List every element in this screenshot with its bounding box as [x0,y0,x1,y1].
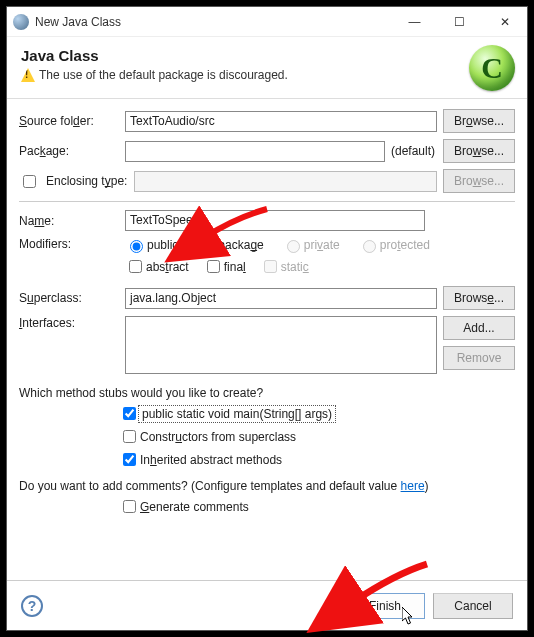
stub-inherited-check[interactable]: Inherited abstract methods [119,450,515,469]
modifier-protected-radio: protected [358,237,430,253]
mouse-cursor-icon [402,607,416,628]
modifiers-label: Modifiers: [19,237,119,251]
stub-main-check[interactable]: public static void main(String[] args) [119,404,515,423]
source-folder-input[interactable]: TextToAudio/src [125,111,437,132]
source-folder-label: Source folder: [19,114,119,128]
dialog-content: Source folder: TextToAudio/src Browse...… [7,99,527,580]
warning-text: The use of the default package is discou… [39,68,288,82]
maximize-button[interactable]: ☐ [437,7,482,37]
modifier-static-check: static [260,257,309,276]
modifier-final-check[interactable]: final [203,257,246,276]
comments-question: Do you want to add comments? (Configure … [19,479,515,493]
remove-interface-button: Remove [443,346,515,370]
stubs-question: Which method stubs would you like to cre… [19,386,515,400]
dialog-footer: ? Finish Cancel [7,580,527,630]
window-title: New Java Class [35,15,392,29]
dialog-header: Java Class The use of the default packag… [7,37,527,99]
name-input[interactable]: TextToSpeech [125,210,425,231]
package-label: Package: [19,144,119,158]
cancel-button[interactable]: Cancel [433,593,513,619]
superclass-label: Superclass: [19,291,119,305]
help-icon[interactable]: ? [21,595,43,617]
stub-constructors-check[interactable]: Constructors from superclass [119,427,515,446]
page-title: Java Class [21,47,513,64]
modifier-private-radio: private [282,237,340,253]
browse-superclass-button[interactable]: Browse... [443,286,515,310]
package-hint: (default) [391,144,437,158]
interfaces-label: Interfaces: [19,316,119,330]
titlebar: New Java Class — ☐ ✕ [7,7,527,37]
warning-icon [21,68,35,82]
browse-source-button[interactable]: Browse... [443,109,515,133]
name-label: Name: [19,214,119,228]
generate-comments-check[interactable]: Generate comments [119,497,515,516]
class-logo-icon: C [469,45,515,91]
interfaces-list[interactable] [125,316,437,374]
eclipse-icon [13,14,29,30]
minimize-button[interactable]: — [392,7,437,37]
enclosing-type-input [134,171,437,192]
browse-enclosing-button: Browse... [443,169,515,193]
browse-package-button[interactable]: Browse... [443,139,515,163]
add-interface-button[interactable]: Add... [443,316,515,340]
close-button[interactable]: ✕ [482,7,527,37]
package-input[interactable] [125,141,385,162]
modifier-abstract-check[interactable]: abstract [125,257,189,276]
configure-link[interactable]: here [401,479,425,493]
modifier-public-radio[interactable]: public [125,237,178,253]
enclosing-type-label: Enclosing type: [46,174,128,188]
enclosing-type-checkbox[interactable] [23,175,36,188]
superclass-input[interactable]: java.lang.Object [125,288,437,309]
modifier-package-radio[interactable]: package [196,237,263,253]
